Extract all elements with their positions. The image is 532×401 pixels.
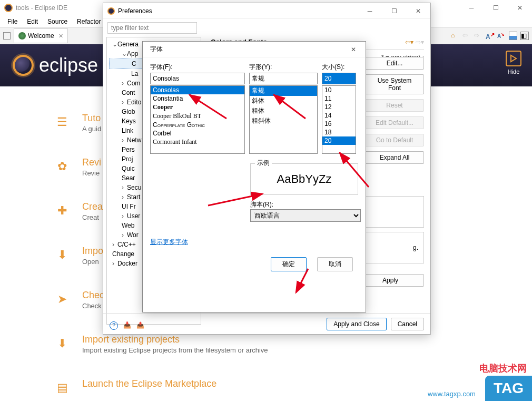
font-label: 字体(F): bbox=[150, 63, 245, 72]
checkout-desc: Check bbox=[82, 302, 104, 310]
size-20[interactable]: 20 bbox=[322, 136, 356, 145]
review-icon[interactable]: ✿ bbox=[53, 157, 72, 176]
edit-button[interactable]: Edit... bbox=[365, 57, 424, 70]
menu-refactor[interactable]: Refactor bbox=[73, 17, 105, 26]
script-select[interactable]: 西欧语言 bbox=[250, 209, 361, 222]
checkout-icon[interactable]: ➤ bbox=[53, 290, 72, 309]
tab-welcome[interactable]: Welcome ✕ bbox=[14, 28, 68, 43]
style-bold[interactable]: 粗体 bbox=[250, 106, 317, 116]
export-prefs-icon[interactable]: 📤 bbox=[136, 321, 144, 330]
home-icon[interactable]: ⌂ bbox=[451, 32, 459, 40]
size-16[interactable]: 16 bbox=[322, 120, 356, 128]
help-icon[interactable]: ? bbox=[110, 321, 118, 330]
hide-button[interactable] bbox=[506, 51, 521, 66]
new-window-icon[interactable]: ◧ bbox=[520, 32, 529, 40]
menu-source[interactable]: Source bbox=[43, 17, 72, 26]
font-corbel[interactable]: Corbel bbox=[151, 129, 244, 138]
review-title[interactable]: Revi bbox=[82, 157, 101, 168]
layout-icon[interactable] bbox=[509, 32, 517, 40]
font-close-button[interactable]: ✕ bbox=[341, 42, 366, 57]
use-system-font-button[interactable]: Use System Font bbox=[365, 74, 424, 94]
eclipse-icon bbox=[107, 7, 115, 15]
font-smaller-icon[interactable]: A↘ bbox=[497, 32, 506, 40]
expand-all-button[interactable]: Expand All bbox=[365, 151, 424, 164]
font-dlg-title: 字体 bbox=[150, 45, 163, 54]
review-desc: Revie bbox=[82, 169, 101, 177]
restore-icon[interactable] bbox=[3, 32, 11, 40]
size-10[interactable]: 10 bbox=[322, 86, 356, 94]
font-list[interactable]: Consolas Constantia Cooper Cooper BlkOul… bbox=[150, 85, 245, 154]
style-italic[interactable]: 斜体 bbox=[250, 96, 317, 106]
close-button[interactable]: ✕ bbox=[508, 0, 532, 16]
more-fonts-link[interactable]: 显示更多字体 bbox=[150, 238, 188, 246]
sample-text: AaBbYyZz bbox=[277, 172, 332, 186]
style-input[interactable] bbox=[249, 73, 318, 84]
import-existing-title[interactable]: Import existing projects bbox=[82, 334, 268, 345]
apply-close-button[interactable]: Apply and Close bbox=[327, 318, 386, 330]
font-cormorant[interactable]: Cormorant Infant bbox=[151, 138, 244, 146]
pref-maximize-button[interactable]: ☐ bbox=[382, 3, 406, 19]
welcome-icon bbox=[18, 32, 26, 40]
size-12[interactable]: 12 bbox=[322, 103, 356, 111]
back-icon[interactable]: ⇦ bbox=[462, 32, 471, 40]
forward-icon[interactable]: ⇨ bbox=[474, 32, 482, 40]
sample-preview: 示例 AaBbYyZz bbox=[250, 163, 358, 195]
style-list[interactable]: 常规 斜体 粗体 粗斜体 bbox=[249, 85, 318, 154]
go-to-default-button[interactable]: Go to Default bbox=[365, 134, 424, 146]
svg-marker-0 bbox=[511, 55, 516, 62]
minimize-button[interactable]: ─ bbox=[459, 0, 484, 16]
nav-fwd-icon[interactable]: ⇨▾ bbox=[416, 38, 424, 46]
create-title[interactable]: Crea bbox=[82, 201, 103, 212]
edit-default-button[interactable]: Edit Default... bbox=[365, 116, 424, 129]
watermark-tag: TAG bbox=[485, 376, 532, 401]
pref-minimize-button[interactable]: ─ bbox=[358, 3, 382, 19]
style-regular[interactable]: 常规 bbox=[250, 86, 317, 96]
font-larger-icon[interactable]: A↗ bbox=[486, 32, 494, 40]
marketplace-icon[interactable]: ▤ bbox=[53, 378, 72, 397]
script-label: 脚本(R): bbox=[250, 201, 273, 208]
menu-edit[interactable]: Edit bbox=[23, 17, 42, 26]
font-consolas[interactable]: Consolas bbox=[151, 86, 244, 94]
tab-close-icon[interactable]: ✕ bbox=[58, 33, 63, 40]
ok-button[interactable]: 确定 bbox=[271, 257, 307, 271]
tab-label: Welcome bbox=[28, 32, 54, 40]
tutorials-icon[interactable]: ☰ bbox=[53, 113, 72, 132]
import-prefs-icon[interactable]: 📥 bbox=[123, 321, 131, 330]
style-bolditalic[interactable]: 粗斜体 bbox=[250, 116, 317, 126]
eclipse-icon bbox=[4, 4, 13, 12]
checkout-title[interactable]: Chec bbox=[82, 290, 104, 301]
maximize-button[interactable]: ☐ bbox=[484, 0, 508, 16]
pref-close-button[interactable]: ✕ bbox=[406, 3, 430, 19]
import-title[interactable]: Impo bbox=[82, 246, 103, 257]
import-existing-icon[interactable]: ⬇ bbox=[53, 334, 72, 353]
pref-title: Preferences bbox=[118, 7, 152, 15]
apply-button[interactable]: Apply bbox=[357, 274, 424, 287]
import-existing-desc: Import existing Eclipse projects from th… bbox=[82, 346, 268, 354]
create-icon[interactable]: ✚ bbox=[53, 201, 72, 220]
import-icon[interactable]: ⬇ bbox=[53, 246, 72, 265]
font-cooper[interactable]: Cooper bbox=[151, 103, 244, 112]
style-label: 字形(Y): bbox=[249, 63, 318, 72]
eclipse-logo-icon bbox=[13, 55, 34, 76]
menu-file[interactable]: File bbox=[3, 17, 22, 26]
size-input[interactable] bbox=[322, 73, 356, 84]
window-title: tools - Eclipse IDE bbox=[16, 4, 67, 12]
size-18[interactable]: 18 bbox=[322, 128, 356, 136]
size-list[interactable]: 10 11 12 14 16 18 20 bbox=[322, 85, 356, 154]
reset-button[interactable]: Reset bbox=[365, 99, 424, 112]
size-11[interactable]: 11 bbox=[322, 94, 356, 103]
marketplace-title[interactable]: Launch the Eclipse Marketplace bbox=[82, 378, 216, 389]
cancel-button[interactable]: Cancel bbox=[391, 318, 424, 330]
banner-text: eclipse bbox=[39, 54, 98, 76]
font-constantia[interactable]: Constantia bbox=[151, 94, 244, 103]
size-label: 大小(S): bbox=[322, 63, 356, 72]
import-desc: Open bbox=[82, 258, 103, 266]
size-14[interactable]: 14 bbox=[322, 111, 356, 120]
font-input[interactable] bbox=[150, 73, 245, 84]
font-cooper-blk[interactable]: Cooper BlkOul BT bbox=[151, 112, 244, 121]
nav-back-icon[interactable]: ⇦▾ bbox=[405, 38, 413, 46]
font-cancel-button[interactable]: 取消 bbox=[317, 257, 353, 271]
font-copperplate[interactable]: Copperplate Gothic bbox=[151, 121, 244, 129]
filter-input[interactable] bbox=[107, 22, 197, 34]
hide-label: Hide bbox=[506, 69, 521, 75]
